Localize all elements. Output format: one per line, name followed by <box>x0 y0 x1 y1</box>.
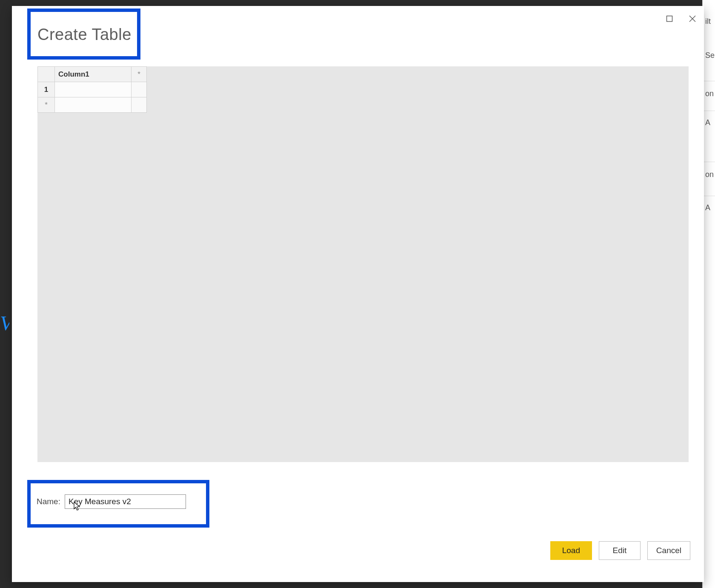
dialog-title: Create Table <box>37 26 132 44</box>
grid-row-header[interactable]: 1 <box>38 82 55 97</box>
bg-fragment: on <box>705 89 714 98</box>
maximize-icon <box>666 15 673 22</box>
grid-row: 1 <box>38 82 147 97</box>
bg-fragment: ilt <box>705 17 711 26</box>
data-grid-area[interactable]: Column1 * 1 * <box>37 66 689 462</box>
bg-divider <box>703 81 715 81</box>
cancel-button[interactable]: Cancel <box>647 541 690 560</box>
data-grid[interactable]: Column1 * 1 * <box>37 66 147 113</box>
bg-fragment: Se <box>705 51 715 60</box>
bg-fragment: A <box>705 203 710 212</box>
name-row: Name: <box>37 494 186 509</box>
svg-rect-0 <box>667 16 672 22</box>
grid-cell[interactable] <box>55 82 132 97</box>
background-right-panel: ilt Se on A on A <box>702 0 715 588</box>
grid-cell-empty[interactable] <box>55 97 132 113</box>
bg-divider <box>703 196 715 196</box>
grid-header-row: Column1 * <box>38 67 147 82</box>
grid-cell-empty <box>132 97 147 113</box>
maximize-button[interactable] <box>658 9 681 28</box>
name-label: Name: <box>37 497 60 506</box>
name-input[interactable] <box>65 494 186 509</box>
grid-add-column[interactable]: * <box>132 67 147 82</box>
grid-add-row-marker[interactable]: * <box>38 97 55 113</box>
grid-corner-cell <box>38 67 55 82</box>
bg-fragment: A <box>705 118 710 127</box>
bg-divider <box>703 162 715 162</box>
bg-fragment: on <box>705 170 714 179</box>
window-titlebar <box>658 6 704 31</box>
load-button[interactable]: Load <box>550 541 592 560</box>
dialog-button-row: Load Edit Cancel <box>550 541 690 560</box>
close-icon <box>689 15 696 23</box>
edit-button[interactable]: Edit <box>599 541 641 560</box>
grid-column-header[interactable]: Column1 <box>55 67 132 82</box>
grid-add-row: * <box>38 97 147 113</box>
close-button[interactable] <box>681 9 704 28</box>
bg-blue-sliver: V <box>0 311 9 336</box>
bg-divider <box>703 111 715 111</box>
create-table-dialog: Create Table Column1 * 1 * Name: <box>12 6 704 582</box>
grid-cell-empty <box>132 82 147 97</box>
